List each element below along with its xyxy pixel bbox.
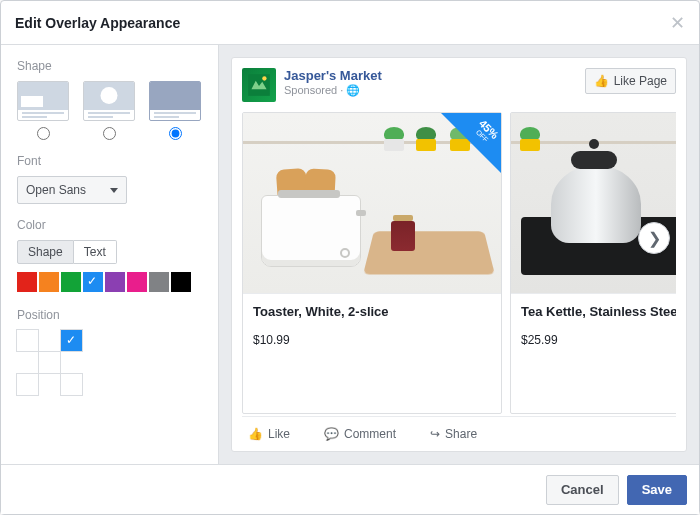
shape-option-triangle[interactable]: [149, 81, 201, 121]
color-swatch[interactable]: [17, 272, 37, 292]
sponsored-line: Sponsored · 🌐: [284, 84, 382, 97]
ad-identity: Jasper's Market Sponsored · 🌐: [242, 68, 382, 102]
product-title: Tea Kettle, Stainless Steel, 8qt: [521, 304, 676, 319]
position-grid: [17, 330, 83, 396]
ad-actions: 👍Like 💬Comment ↪Share: [242, 416, 676, 451]
product-image: [511, 113, 676, 293]
font-select[interactable]: Open Sans: [17, 176, 127, 204]
thumbs-up-icon: 👍: [248, 427, 263, 441]
font-selected-value: Open Sans: [26, 183, 86, 197]
product-image: 45%OFF: [243, 113, 501, 293]
ad-preview-card: Jasper's Market Sponsored · 🌐 👍 Like Pag…: [231, 57, 687, 452]
color-target-segmented: Shape Text: [17, 240, 202, 264]
comment-button[interactable]: 💬Comment: [318, 423, 402, 445]
position-center[interactable]: [38, 351, 61, 374]
page-name[interactable]: Jasper's Market: [284, 68, 382, 84]
shape-radio-1[interactable]: [103, 127, 116, 140]
globe-icon: 🌐: [346, 84, 360, 96]
position-bottom-right[interactable]: [60, 373, 83, 396]
comment-icon: 💬: [324, 427, 339, 441]
shape-row: [17, 81, 202, 121]
page-avatar[interactable]: [242, 68, 276, 102]
color-swatch[interactable]: [61, 272, 81, 292]
color-swatch[interactable]: [171, 272, 191, 292]
ad-header: Jasper's Market Sponsored · 🌐 👍 Like Pag…: [242, 68, 676, 102]
share-icon: ↪: [430, 427, 440, 441]
save-button[interactable]: Save: [627, 475, 687, 505]
overlay-badge: [441, 113, 501, 173]
product-price: $25.99: [521, 333, 676, 347]
cancel-button[interactable]: Cancel: [546, 475, 619, 505]
chevron-down-icon: [110, 188, 118, 193]
shape-option-circle[interactable]: [83, 81, 135, 121]
preview-pane: Jasper's Market Sponsored · 🌐 👍 Like Pag…: [219, 45, 699, 464]
position-label: Position: [17, 308, 202, 322]
like-button[interactable]: 👍Like: [242, 423, 296, 445]
carousel-item[interactable]: Tea Kettle, Stainless Steel, 8qt $25.99: [510, 112, 676, 414]
carousel: 45%OFF Toaster, White, 2-slice $10.99: [242, 112, 676, 414]
color-swatch[interactable]: [105, 272, 125, 292]
chevron-right-icon: ❯: [648, 229, 661, 248]
modal-title: Edit Overlay Appearance: [15, 15, 180, 31]
color-tab-shape[interactable]: Shape: [17, 240, 74, 264]
modal-footer: Cancel Save: [1, 464, 699, 514]
svg-point-1: [262, 76, 266, 80]
share-button[interactable]: ↪Share: [424, 423, 483, 445]
shape-radio-row: [17, 127, 202, 140]
color-swatches: [17, 272, 202, 292]
color-label: Color: [17, 218, 202, 232]
font-label: Font: [17, 154, 202, 168]
thumbs-up-icon: 👍: [594, 74, 609, 88]
sidebar: Shape Font: [1, 45, 219, 464]
position-bottom-left[interactable]: [16, 373, 39, 396]
position-top-left[interactable]: [16, 329, 39, 352]
color-tab-text[interactable]: Text: [74, 240, 117, 264]
close-icon[interactable]: ✕: [670, 12, 685, 34]
product-title: Toaster, White, 2-slice: [253, 304, 491, 319]
color-swatch[interactable]: [83, 272, 103, 292]
shape-label: Shape: [17, 59, 202, 73]
position-top-right[interactable]: [60, 329, 83, 352]
edit-overlay-modal: Edit Overlay Appearance ✕ Shape: [0, 0, 700, 515]
like-page-button[interactable]: 👍 Like Page: [585, 68, 676, 94]
carousel-next-button[interactable]: ❯: [638, 222, 670, 254]
shape-radio-2[interactable]: [169, 127, 182, 140]
color-swatch[interactable]: [149, 272, 169, 292]
svg-rect-0: [248, 74, 270, 96]
shape-radio-0[interactable]: [37, 127, 50, 140]
modal-body: Shape Font: [1, 45, 699, 464]
product-price: $10.99: [253, 333, 491, 347]
modal-header: Edit Overlay Appearance ✕: [1, 1, 699, 45]
shape-option-rectangle[interactable]: [17, 81, 69, 121]
carousel-item[interactable]: 45%OFF Toaster, White, 2-slice $10.99: [242, 112, 502, 414]
color-swatch[interactable]: [127, 272, 147, 292]
color-swatch[interactable]: [39, 272, 59, 292]
